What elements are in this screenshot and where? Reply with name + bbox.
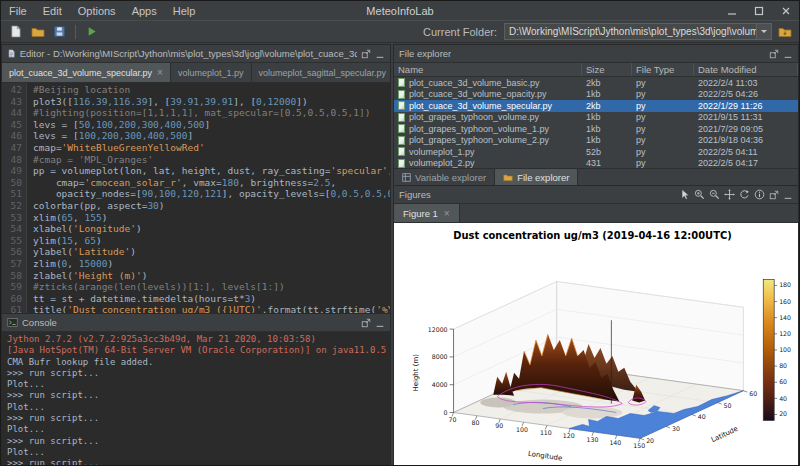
variable-grid-icon: [402, 173, 411, 182]
tab-label: File explorer: [517, 172, 569, 183]
pointer-icon[interactable]: [679, 189, 690, 200]
new-script-button[interactable]: [6, 22, 25, 41]
minimize-panel-icon[interactable]: [783, 190, 793, 200]
file-table-body: plot_cuace_3d_volume_basic.py2kbpy2022/2…: [394, 77, 798, 168]
browse-folder-button[interactable]: [775, 22, 794, 41]
editor-icon: [7, 48, 16, 59]
code-line: zlabel('Height (m)'): [33, 270, 390, 282]
code-token: ], [: [147, 96, 170, 107]
file-row[interactable]: plot_grapes_typhoon_volume_2.py1kbpy2021…: [394, 135, 798, 147]
code-token: levs = [: [33, 119, 79, 130]
file-row[interactable]: plot_grapes_typhoon_volume_1.py1kbpy2021…: [394, 123, 798, 135]
column-header-name[interactable]: Name: [394, 63, 582, 76]
minimize-panel-icon[interactable]: [783, 49, 793, 59]
minimize-panel-icon[interactable]: [375, 318, 385, 328]
file-row[interactable]: plot_cuace_3d_volume_basic.py2kbpy2022/2…: [394, 77, 798, 89]
zoom-out-icon[interactable]: [709, 189, 720, 200]
file-name-cell: plot_cuace_3d_volume_specular.py: [394, 101, 582, 111]
minimize-panel-icon[interactable]: [375, 49, 385, 59]
code-token: ], opacity_levels=[: [222, 188, 331, 199]
figure-tab[interactable]: Figure 1 ×: [394, 204, 460, 222]
column-header-datemodified[interactable]: Date Modified: [694, 63, 798, 76]
code-token: xlim(: [33, 212, 62, 223]
float-panel-icon[interactable]: [769, 49, 779, 59]
tab-close-icon[interactable]: ×: [157, 69, 163, 77]
file-row[interactable]: volumeplot_1.py52bpy2022/2/5 04:11: [394, 146, 798, 158]
main-area: Editor - D:\Working\MIScript\Jython\mis\…: [1, 44, 799, 465]
menu-file[interactable]: File: [1, 5, 35, 17]
line-number: 54: [2, 223, 22, 235]
open-file-button[interactable]: [28, 22, 47, 41]
file-type-cell: py: [632, 101, 694, 111]
menu-edit[interactable]: Edit: [35, 5, 70, 17]
console-line: >>> run script...: [7, 368, 385, 379]
tab-variable-explorer[interactable]: Variable explorer: [394, 169, 495, 185]
menu-apps[interactable]: Apps: [124, 5, 165, 17]
pan-icon[interactable]: [724, 189, 735, 200]
zoom-in-icon[interactable]: [694, 189, 705, 200]
save-file-button[interactable]: [50, 22, 69, 41]
run-script-button[interactable]: [82, 22, 101, 41]
code-token: ,: [388, 165, 390, 176]
y-tick: 40: [698, 413, 706, 420]
file-row[interactable]: plot_cuace_3d_volume_specular.py2kbpy202…: [394, 100, 798, 112]
editor-tab[interactable]: volumeplot_sagittal_specular.py: [252, 63, 395, 82]
column-header-size[interactable]: Size: [582, 63, 632, 76]
right-column: File explorer Name Size File Type Date M…: [393, 44, 799, 465]
code-token: '%Y-%m-%d %H: [376, 304, 390, 313]
float-panel-icon[interactable]: [361, 49, 371, 59]
combobox-dropdown-arrow[interactable]: [756, 24, 771, 39]
figure-title: Dust concentration ug/m3 (2019-04-16 12:…: [453, 230, 731, 241]
code-line: cmap='cmocean_solar_r', vmax=180, bright…: [33, 177, 390, 189]
close-window-button[interactable]: [772, 1, 799, 20]
new-file-icon: [9, 25, 22, 38]
run-icon: [85, 25, 98, 38]
console-line: [Java HotSpot(TM) 64-Bit Server VM (Orac…: [7, 345, 385, 356]
code-token: tt = st + datetime.timedelta(hours=t*: [33, 293, 245, 304]
identify-info-icon[interactable]: [754, 189, 765, 200]
code-line: plot3([116.39,116.39], [39.91,39.91], [0…: [33, 96, 390, 108]
code-token: ,: [73, 235, 84, 246]
code-token: cmap=: [33, 177, 84, 188]
menu-options[interactable]: Options: [70, 5, 124, 17]
file-date-cell: 2022/2/5 04:11: [694, 147, 798, 157]
console-line: >>> run script...: [7, 390, 385, 401]
file-explorer-header: File explorer: [394, 45, 798, 63]
file-type-cell: py: [632, 124, 694, 134]
file-explorer-title: File explorer: [399, 48, 451, 59]
code-editor[interactable]: 4243444546474849505152535455565758596061…: [2, 83, 390, 313]
rotate-icon[interactable]: [739, 189, 750, 200]
file-row[interactable]: plot_cuace_3d_volume_opacity.py1kbpy2022…: [394, 89, 798, 101]
minimize-window-button[interactable]: [718, 1, 745, 20]
x-tick: 110: [540, 429, 552, 436]
maximize-window-button[interactable]: [745, 1, 772, 20]
file-name: volumeplot_2.py: [409, 158, 475, 168]
console-output[interactable]: Jython 2.7.2 (v2.7.2:925a3cc3b49d, Mar 2…: [2, 332, 390, 466]
open-folder-icon: [31, 25, 45, 39]
z-tick: 12000: [428, 326, 448, 333]
console-line: >>> run script...: [7, 436, 385, 447]
menu-help[interactable]: Help: [165, 5, 204, 17]
file-row[interactable]: volumeplot_2.py431py2022/2/5 04:17: [394, 158, 798, 169]
console-line: Plot...: [7, 447, 385, 458]
tab-file-explorer[interactable]: File explorer: [495, 169, 578, 185]
float-panel-icon[interactable]: [361, 318, 371, 328]
code-line: ylim(15, 65): [33, 235, 390, 247]
code-token: ], [: [233, 96, 256, 107]
console-panel-buttons: [361, 318, 385, 328]
code-line: colorbar(pp, aspect=30): [33, 200, 390, 212]
float-panel-icon[interactable]: [769, 190, 779, 200]
file-row[interactable]: plot_grapes_typhoon_volume.py1kbpy2021/9…: [394, 112, 798, 124]
colorbar-tick: 60: [779, 378, 787, 385]
editor-tab[interactable]: volumeplot_1.py: [171, 63, 252, 82]
code-token: ): [107, 258, 113, 269]
x-tick: 100: [516, 426, 528, 433]
column-header-filetype[interactable]: File Type: [632, 63, 694, 76]
current-folder-combobox[interactable]: D:\Working\MIScript\Jython\mis\plot_type…: [504, 23, 772, 40]
editor-tab[interactable]: plot_cuace_3d_volume_specular.py×: [2, 63, 171, 82]
figure-tab-close-icon[interactable]: ×: [444, 208, 450, 219]
figure-plot-area[interactable]: Dust concentration ug/m3 (2019-04-16 12:…: [394, 223, 798, 466]
colorbar: 20 40 60 80 100 120 140 160 180: [763, 279, 791, 420]
figures-toolbar: [679, 189, 793, 200]
code-token: xlabel(: [33, 223, 73, 234]
